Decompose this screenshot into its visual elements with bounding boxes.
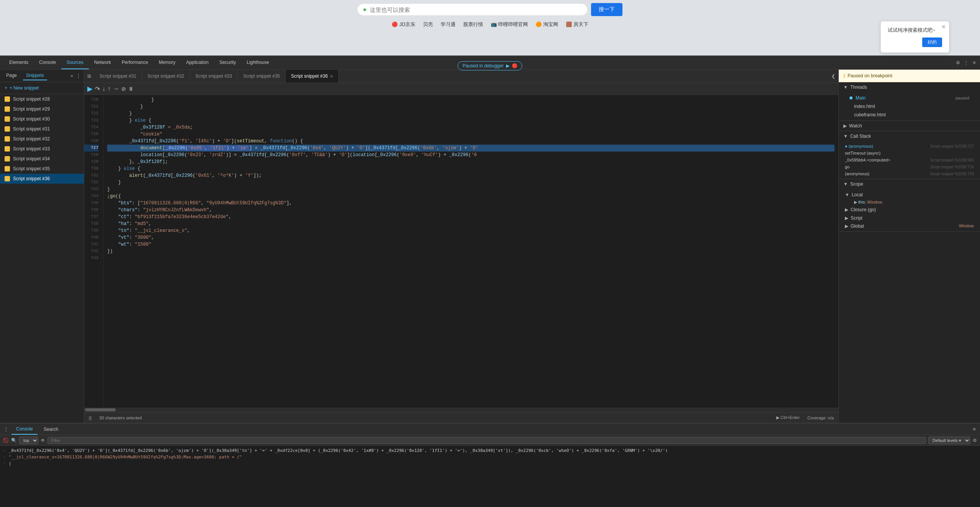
watch-section-header[interactable]: ▶ Watch	[839, 121, 980, 131]
format-icon[interactable]: {}	[89, 416, 91, 420]
editor-tab-35[interactable]: Script snippet #35	[238, 70, 286, 83]
thread-index[interactable]: index.html	[839, 102, 980, 111]
scope-local-header[interactable]: ▼ Local	[839, 191, 980, 199]
console-input-cursor: |	[9, 461, 11, 466]
bookmark-xuexitong[interactable]: 学习通	[441, 21, 456, 28]
bookmark-taobao[interactable]: 🟠 淘宝网	[536, 21, 558, 28]
console-filter-input[interactable]	[47, 437, 926, 444]
step-btn[interactable]: →	[113, 85, 119, 92]
snippet-29[interactable]: Script snippet #29	[0, 104, 84, 114]
tab-sources[interactable]: Sources	[61, 56, 89, 69]
console-levels-select[interactable]: Default levels ▾	[928, 437, 970, 444]
console-context-select[interactable]: top	[19, 437, 38, 444]
snippet-36[interactable]: Script snippet #36	[0, 174, 84, 184]
snippet-33[interactable]: Script snippet #33	[0, 144, 84, 154]
bookmark-stocks[interactable]: 股票行情	[463, 21, 483, 28]
tab-elements[interactable]: Elements	[4, 56, 34, 69]
code-line: }	[107, 110, 835, 117]
scope-script-header[interactable]: ▶ Script	[839, 214, 980, 222]
console-tab-console[interactable]: Console	[11, 424, 38, 435]
editor-tab-32[interactable]: Script snippet #32	[142, 70, 190, 83]
scope-closure-header[interactable]: ▶ Closure (go)	[839, 205, 980, 214]
console-close-icon[interactable]: ✕	[972, 427, 976, 432]
debug-panel: ℹ Paused on breakpoint ▼ Threads Main pa…	[838, 70, 980, 423]
tab-lighthouse[interactable]: Lighthouse	[241, 56, 274, 69]
snippet-32[interactable]: Script snippet #32	[0, 134, 84, 144]
horizontal-scrollbar[interactable]	[84, 408, 838, 412]
sidebar-tab-snippets[interactable]: Snippets	[23, 71, 47, 80]
play-icon[interactable]: ▶	[506, 63, 510, 68]
search-button[interactable]: 搜一下	[591, 3, 622, 16]
callstack-anonymous-1[interactable]: ● (anonymous) Script snippet %2336:727	[839, 143, 980, 150]
callstack-anonymous-2[interactable]: (anonymous) Script snippet %2336:734	[839, 170, 980, 177]
callstack-computed[interactable]: _0x595bb4.<computed> Script snippet %233…	[839, 157, 980, 163]
settings-icon[interactable]: ⚙	[956, 60, 960, 65]
snippet-icon	[5, 126, 10, 132]
filter-icon[interactable]: 🔍	[11, 438, 17, 443]
close-devtools-icon[interactable]: ✕	[972, 60, 976, 65]
clear-console-icon[interactable]: 🚫	[3, 438, 9, 443]
step-over-btn[interactable]: ↷	[95, 85, 100, 93]
threads-section-header[interactable]: ▼ Threads	[839, 82, 980, 92]
resume-btn[interactable]: ▶	[87, 85, 93, 93]
notification-ok-button[interactable]: 好的	[922, 37, 942, 47]
editor-tab-36[interactable]: Script snippet #36 ✕	[286, 70, 339, 83]
code-line: "ct": "bf913f215bfa7e3236e4ee5cb37e42de"…	[107, 214, 835, 220]
snippet-icon	[5, 176, 10, 181]
more-icon[interactable]: ⋮	[964, 60, 969, 65]
scope-section-header[interactable]: ▼ Scope	[839, 179, 980, 189]
settings-console-icon[interactable]: ⚙	[973, 438, 977, 443]
scope-global-header[interactable]: ▶ Global	[845, 223, 864, 229]
new-snippet-button[interactable]: + + New snippet	[0, 82, 84, 94]
code-line	[107, 255, 835, 262]
step-into-btn[interactable]: ↓	[102, 85, 105, 92]
devtools: Elements Console Sources Network Perform…	[0, 55, 980, 507]
callstack-go[interactable]: go Script snippet %2336:726	[839, 163, 980, 170]
tab-application[interactable]: Application	[181, 56, 214, 69]
expand-panel-icon[interactable]: ⊞	[84, 73, 94, 79]
record-icon[interactable]: 🔴	[512, 63, 518, 68]
call-stack-header[interactable]: ▼ Call Stack	[839, 131, 980, 141]
search-bar[interactable]: ●	[358, 4, 587, 15]
snippet-30[interactable]: Script snippet #30	[0, 114, 84, 124]
search-input[interactable]	[370, 7, 582, 13]
tab-performance[interactable]: Performance	[116, 56, 154, 69]
deactivate-breakpoints-btn[interactable]: ⊘	[121, 86, 126, 92]
collapse-panel-icon[interactable]: ❮	[828, 73, 838, 79]
editor-tab-31[interactable]: Script snippet #31	[94, 70, 142, 83]
bookmark-jd[interactable]: 🔴 JD京东	[392, 21, 415, 28]
tab-console[interactable]: Console	[34, 56, 61, 69]
sidebar-tab-page[interactable]: Page	[3, 71, 20, 80]
scrollbar-thumb[interactable]	[85, 408, 116, 411]
tab-memory[interactable]: Memory	[154, 56, 181, 69]
thread-cubeframe[interactable]: cubeframe.html	[839, 111, 980, 119]
editor-tab-33[interactable]: Script snippet #33	[190, 70, 238, 83]
tab-close-icon[interactable]: ✕	[330, 74, 333, 78]
snippet-34[interactable]: Script snippet #34	[0, 154, 84, 164]
sidebar-more-icon[interactable]: »	[70, 73, 73, 78]
bookmark-fangtianxia[interactable]: 🟫 房天下	[566, 21, 588, 28]
snippet-icon	[5, 116, 10, 122]
snippet-icon	[5, 156, 10, 161]
tab-network[interactable]: Network	[89, 56, 116, 69]
console-options-icon[interactable]: ⋮	[4, 427, 8, 432]
eye-icon[interactable]: 👁	[41, 438, 45, 443]
code-container[interactable]: 720721722723724 725726727728 72973073173…	[84, 95, 838, 408]
thread-main[interactable]: Main paused	[839, 94, 980, 102]
scope-section: ▼ Scope ▼ Local ▶ this: Window ▶ Closure…	[839, 179, 980, 232]
snippet-35[interactable]: Script snippet #35	[0, 164, 84, 174]
notification-close[interactable]: ✕	[941, 24, 946, 30]
bookmark-bilibili[interactable]: 📺 哔哩哔哩官网	[491, 21, 528, 28]
browser-chrome: ● 搜一下 🔴 JD京东 贝壳 学习通 股票行情 📺 哔哩哔哩官网 🟠 淘宝网 …	[0, 0, 980, 55]
bookmark-beike[interactable]: 贝壳	[423, 21, 433, 28]
code-content[interactable]: } } } } else { _0x3f128f = _0x5da; "cook…	[103, 95, 838, 408]
run-hint[interactable]: ▶ Ctrl+Enter	[776, 415, 800, 420]
snippet-31[interactable]: Script snippet #31	[0, 124, 84, 134]
tab-security[interactable]: Security	[214, 56, 241, 69]
snippet-28[interactable]: Script snippet #28	[0, 94, 84, 104]
step-out-btn[interactable]: ↑	[108, 85, 111, 92]
sidebar-menu-icon[interactable]: ⋮	[76, 73, 81, 78]
console-tab-search[interactable]: Search	[39, 424, 63, 435]
pause-on-exception-btn[interactable]: ⏸	[128, 86, 134, 92]
callstack-settimeout[interactable]: setTimeout (async)	[839, 150, 980, 157]
